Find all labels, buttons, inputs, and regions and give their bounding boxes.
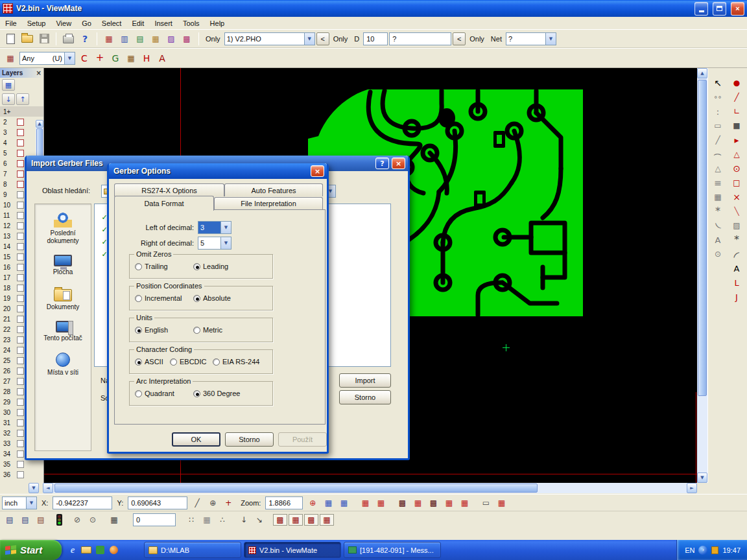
radio-metric[interactable]: Metric (193, 326, 222, 334)
grid-settings-icon[interactable]: ▦ (106, 513, 122, 527)
radio-ebcdic[interactable]: EBCDIC (170, 358, 207, 366)
layer-color-swatch[interactable] (17, 326, 24, 333)
horizontal-scroll-thumb[interactable] (54, 484, 538, 493)
horizontal-scrollbar[interactable]: ◄ ► (43, 483, 697, 493)
draw-pad-icon[interactable]: ● (728, 76, 745, 90)
y-coordinate-field[interactable]: 0.690643 (128, 496, 187, 509)
zoom-window-icon[interactable]: ▦ (320, 496, 336, 510)
layer-color-swatch[interactable] (17, 409, 24, 416)
layer-color-swatch[interactable] (17, 419, 24, 426)
active-layer-combo[interactable]: 1) V2.PHO ▼ (224, 32, 315, 45)
chevron-down-icon[interactable]: ▼ (220, 222, 231, 233)
layer-color-swatch[interactable] (17, 139, 24, 146)
selection-filter-combo[interactable]: Any (U) ▼ (19, 52, 75, 65)
layer-color-swatch[interactable] (17, 471, 24, 478)
modify-transform-icon[interactable]: * (709, 204, 726, 218)
layer-color-swatch[interactable] (17, 264, 24, 271)
modify-rectangle-icon[interactable]: ▭ (709, 119, 726, 133)
gerber-dialog-titlebar[interactable]: Gerber Options × (109, 163, 327, 179)
draw-line-icon[interactable]: ╱ (728, 90, 745, 104)
pointer-tool-icon[interactable]: ↖ (709, 76, 726, 90)
tab-data-format[interactable]: Data Format (114, 196, 214, 211)
draw-rectangle-icon[interactable]: ■ (728, 119, 745, 133)
snap-down-icon[interactable]: ↓ (236, 513, 252, 527)
menu-tools[interactable]: Tools (178, 17, 205, 29)
gerber-close-button[interactable]: × (311, 165, 324, 177)
quicklaunch-folder-button[interactable] (80, 544, 92, 556)
radio-eia-rs244[interactable]: EIA RS-244 (213, 358, 259, 366)
tray-messenger-icon[interactable] (711, 546, 718, 554)
pattern-icon-2[interactable]: ▦ (289, 514, 303, 526)
menu-view[interactable]: View (51, 17, 77, 29)
net-filter-combo[interactable]: ? ▼ (506, 32, 556, 45)
grid-lines-icon[interactable]: ▦ (199, 513, 215, 527)
snap-crosshair-icon[interactable]: + (220, 496, 236, 510)
layer-row-35[interactable]: 35 (0, 459, 43, 469)
modify-grid-icon[interactable]: ▦ (709, 190, 726, 204)
layer-color-swatch[interactable] (17, 399, 24, 406)
draw-arrow-icon[interactable]: ▸ (728, 133, 745, 147)
layer-color-swatch[interactable] (17, 461, 24, 468)
task-messenger-window[interactable]: [191-482-091] - Mess... (344, 542, 441, 558)
chevron-down-icon[interactable]: ▼ (220, 237, 231, 249)
grid-dots-icon[interactable]: ∷ (184, 513, 199, 527)
text-tool-icon[interactable]: A (728, 261, 745, 275)
layer-stack-icon-1[interactable]: ▤ (2, 513, 18, 527)
layer-color-swatch[interactable] (17, 305, 24, 312)
circle-select-icon[interactable]: C (77, 51, 92, 65)
layer-color-swatch[interactable] (17, 347, 24, 354)
tab-auto-features[interactable]: Auto Features (224, 183, 323, 196)
film-grid-icon-2[interactable]: ▦ (373, 496, 388, 510)
vertical-scrollbar[interactable]: ▲ ▼ (697, 68, 707, 483)
radio-english[interactable]: English (135, 326, 168, 334)
previous-dcode-button[interactable]: < (316, 32, 329, 45)
layer-color-swatch[interactable] (17, 378, 24, 385)
radio-quadrant[interactable]: Quadrant (135, 390, 174, 397)
erase-tool-icon[interactable]: ▨ (728, 218, 745, 233)
tool-settings-icon[interactable]: * (728, 233, 745, 247)
report-table-icon[interactable]: ▨ (163, 32, 179, 46)
layer-move-up-button[interactable]: ↑ (16, 93, 29, 105)
layer-color-swatch[interactable] (17, 440, 24, 447)
draw-polyline-icon[interactable]: ∟ (728, 104, 745, 119)
layer-color-swatch[interactable] (17, 150, 24, 157)
layer-row-1[interactable]: 1+ (0, 106, 43, 117)
pattern-icon-3[interactable]: ▩ (304, 514, 318, 526)
chevron-down-icon[interactable]: ▼ (64, 52, 75, 64)
modify-text-icon[interactable]: A (709, 233, 726, 247)
film-frame-icon[interactable]: ▭ (478, 496, 493, 510)
context-help-button[interactable]: ? (77, 31, 93, 47)
layer-color-swatch[interactable] (17, 295, 24, 302)
menu-edit[interactable]: Edit (126, 17, 149, 29)
radio-absolute[interactable]: Absolute (193, 294, 231, 302)
quicklaunch-app-button[interactable] (94, 544, 106, 556)
layer-row-36[interactable]: 36 (0, 469, 43, 480)
layer-color-swatch[interactable] (17, 388, 24, 395)
vertical-scroll-thumb[interactable] (698, 80, 707, 396)
scroll-down-button[interactable]: ▼ (697, 472, 707, 483)
minimize-button[interactable] (694, 2, 708, 16)
only-net-label[interactable]: Only (467, 35, 487, 43)
task-viewmate-window[interactable]: V2.bin - ViewMate (244, 542, 341, 558)
quicklaunch-firefox-button[interactable] (108, 544, 119, 556)
layer-color-swatch[interactable] (17, 243, 24, 250)
layer-color-swatch[interactable] (17, 285, 24, 292)
dialog-close-button[interactable]: × (392, 158, 405, 169)
layer-color-swatch[interactable] (17, 202, 24, 209)
gerber-cancel-button[interactable]: Storno (225, 432, 274, 447)
highlight-select-icon[interactable]: H (139, 51, 154, 65)
draw-circle-icon[interactable]: ⊙ (728, 161, 745, 176)
menu-insert[interactable]: Insert (149, 17, 178, 29)
menu-setup[interactable]: Setup (22, 17, 51, 29)
chevron-down-icon[interactable]: ▼ (304, 33, 314, 45)
task-mlab-window[interactable]: D:\MLAB (144, 542, 241, 558)
film-grid-icon-1[interactable]: ▦ (357, 496, 373, 510)
layers-scroll-down-button[interactable]: ▼ (29, 483, 39, 493)
radio-trailing[interactable]: Trailing (135, 262, 168, 270)
new-file-button[interactable] (3, 31, 18, 47)
quicklaunch-browser-button[interactable]: e (67, 544, 78, 556)
netlist-table-icon[interactable]: ▦ (148, 32, 163, 46)
radio-ascii[interactable]: ASCII (135, 358, 163, 366)
layer-color-swatch[interactable] (17, 212, 24, 219)
modify-layers-icon[interactable]: ≡ (709, 176, 726, 190)
